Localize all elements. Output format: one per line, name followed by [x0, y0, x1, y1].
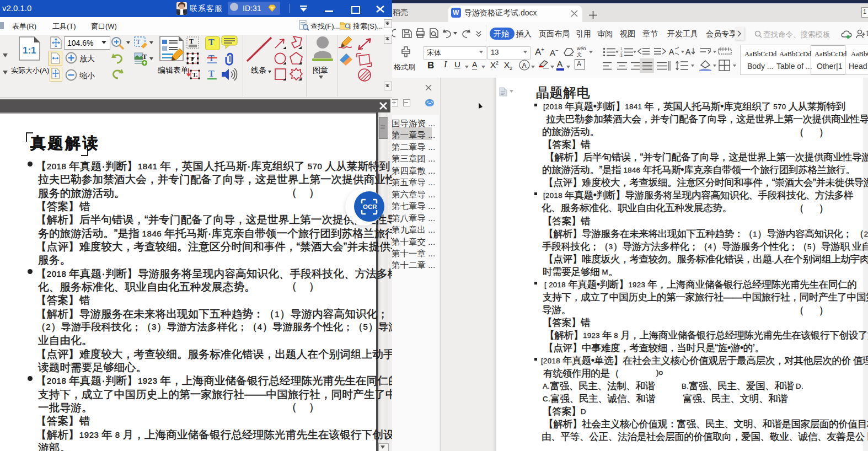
- svg-text:3: 3: [620, 53, 623, 57]
- svg-text:T: T: [142, 52, 147, 61]
- svg-text:T: T: [189, 37, 194, 45]
- svg-text:OCR: OCR: [363, 203, 377, 210]
- svg-text:1:1: 1:1: [23, 45, 36, 56]
- svg-text:T: T: [208, 69, 215, 78]
- svg-text:T.: T.: [192, 71, 198, 78]
- svg-text:A: A: [685, 47, 691, 56]
- svg-text:A: A: [522, 62, 527, 69]
- svg-text:T: T: [136, 38, 141, 46]
- svg-text:A: A: [669, 47, 674, 56]
